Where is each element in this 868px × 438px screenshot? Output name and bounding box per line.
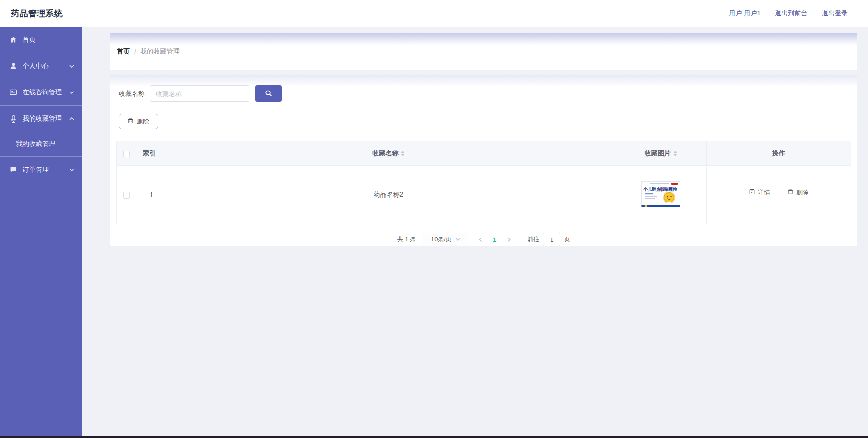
- next-page-button[interactable]: [504, 234, 514, 245]
- detail-button[interactable]: 详情: [744, 188, 776, 201]
- row-delete-button-label: 删除: [796, 188, 808, 197]
- chevron-up-icon: [69, 116, 75, 122]
- sidebar-item-orders[interactable]: 订单管理: [0, 157, 82, 183]
- goto-page-input[interactable]: [543, 233, 560, 246]
- sidebar-item-label: 个人中心: [23, 62, 49, 70]
- app-title: 药品管理系统: [11, 8, 63, 19]
- toolbar: 删除: [116, 114, 851, 129]
- detail-button-label: 详情: [758, 188, 770, 197]
- header-favorite-name-label: 收藏名称: [372, 149, 399, 158]
- sort-caret-icon[interactable]: [401, 151, 405, 156]
- sidebar-item-label: 在线咨询管理: [23, 88, 62, 97]
- search-row: 收藏名称: [116, 85, 851, 102]
- breadcrumb-current: 我的收藏管理: [140, 47, 180, 56]
- search-icon: [265, 90, 272, 98]
- document-icon: [749, 189, 755, 196]
- header-actions-label: 操作: [772, 149, 785, 157]
- favorite-image-title: 小儿肺热咳喘颗粒: [643, 187, 677, 192]
- row-image-cell: 小儿肺热咳喘颗粒: [615, 166, 707, 224]
- page-unit-label: 页: [564, 235, 570, 244]
- home-icon: [9, 36, 17, 44]
- trash-icon: [787, 189, 793, 196]
- favorites-table: 索引 收藏名称 收藏图片: [116, 141, 851, 224]
- chevron-down-icon: [455, 236, 460, 243]
- chevron-down-icon: [69, 63, 75, 69]
- breadcrumb-separator: /: [134, 48, 136, 55]
- select-all-checkbox[interactable]: [123, 151, 130, 157]
- sidebar-subitem-my-favorites[interactable]: 我的收藏管理: [0, 132, 82, 157]
- sidebar-item-online-consult[interactable]: 在线咨询管理: [0, 79, 82, 106]
- breadcrumb: 首页 / 我的收藏管理: [110, 33, 857, 70]
- table-row: 1 药品名称2 小儿肺热咳喘颗粒: [117, 166, 851, 224]
- breadcrumb-home[interactable]: 首页: [117, 47, 130, 56]
- table-header-row: 索引 收藏名称 收藏图片: [117, 141, 851, 166]
- sidebar-item-label: 订单管理: [23, 166, 49, 174]
- search-button[interactable]: [255, 85, 282, 102]
- page-size-value: 10条/页: [431, 235, 452, 244]
- pagination-total: 共 1 条: [397, 235, 416, 244]
- header-select-all[interactable]: [117, 141, 136, 166]
- sidebar-item-label: 我的收藏管理: [23, 115, 62, 123]
- user-icon: [9, 62, 17, 70]
- trash-icon: [128, 118, 134, 125]
- header-favorite-image[interactable]: 收藏图片: [615, 141, 707, 166]
- main-content: 首页 / 我的收藏管理 收藏名称: [82, 27, 868, 438]
- search-input[interactable]: [150, 85, 249, 102]
- app-root: 药品管理系统 用户 用户1 退出到前台 退出登录 首页 个人中心: [0, 0, 868, 438]
- sidebar-item-personal-center[interactable]: 个人中心: [0, 53, 82, 79]
- top-links: 用户 用户1 退出到前台 退出登录: [729, 9, 848, 18]
- batch-delete-button[interactable]: 删除: [119, 114, 158, 129]
- sidebar-nav: 首页 个人中心 在线咨询管理: [0, 27, 82, 438]
- sidebar-item-home[interactable]: 首页: [0, 27, 82, 53]
- current-user-link[interactable]: 用户 用户1: [729, 9, 761, 18]
- exit-to-front-link[interactable]: 退出到前台: [775, 9, 808, 18]
- sidebar-item-label: 首页: [23, 36, 36, 44]
- row-actions-cell: 详情 删除: [707, 166, 851, 224]
- pagination: 共 1 条 10条/页 1 前往: [116, 233, 851, 246]
- top-header: 药品管理系统 用户 用户1 退出到前台 退出登录: [0, 0, 868, 27]
- logout-link[interactable]: 退出登录: [822, 9, 848, 18]
- microphone-icon: [9, 115, 17, 123]
- favorites-panel: 收藏名称 删除: [110, 75, 857, 246]
- header-actions: 操作: [707, 141, 851, 166]
- chevron-down-icon: [69, 90, 75, 95]
- chevron-down-icon: [69, 167, 75, 173]
- page-number-1[interactable]: 1: [492, 236, 497, 243]
- batch-delete-label: 删除: [137, 117, 149, 126]
- header-favorite-name[interactable]: 收藏名称: [162, 141, 615, 166]
- page-size-select[interactable]: 10条/页: [423, 233, 468, 246]
- chat-icon: [9, 166, 17, 174]
- row-index-cell: 1: [136, 166, 162, 224]
- row-name-cell: 药品名称2: [162, 166, 615, 224]
- prev-page-button[interactable]: [475, 234, 485, 245]
- bottom-strip: [0, 436, 868, 438]
- sidebar-item-my-favorites[interactable]: 我的收藏管理: [0, 106, 82, 132]
- header-favorite-image-label: 收藏图片: [645, 149, 671, 158]
- row-select-cell: [117, 166, 136, 224]
- pagination-goto: 前往 页: [527, 233, 570, 246]
- sort-caret-icon[interactable]: [673, 151, 677, 156]
- header-index-label: 索引: [143, 149, 156, 157]
- sidebar-subitem-label: 我的收藏管理: [16, 140, 55, 148]
- row-delete-button[interactable]: 删除: [782, 188, 814, 201]
- favorite-image[interactable]: 小儿肺热咳喘颗粒: [641, 181, 680, 207]
- goto-label: 前往: [527, 235, 539, 244]
- header-index: 索引: [136, 141, 162, 166]
- form-icon: [9, 88, 17, 96]
- search-label: 收藏名称: [119, 90, 145, 98]
- layout-body: 首页 个人中心 在线咨询管理: [0, 27, 868, 438]
- row-checkbox[interactable]: [123, 192, 130, 199]
